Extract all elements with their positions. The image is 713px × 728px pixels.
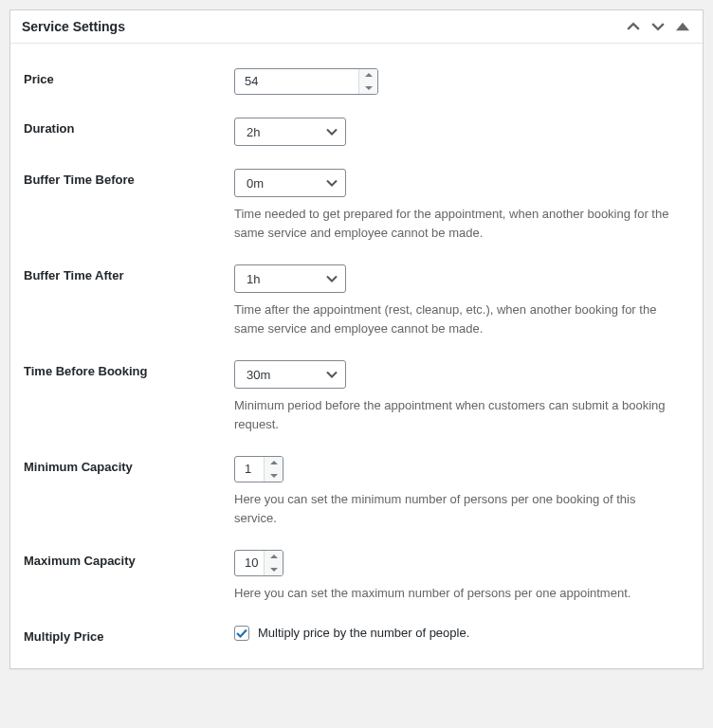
help-buffer-before: Time needed to get prepared for the appo…: [234, 205, 670, 242]
label-time-before-booking: Time Before Booking: [24, 360, 234, 378]
buffer-before-value: 0m: [235, 176, 319, 191]
control-buffer-after: 1h Time after the appointment (rest, cle…: [234, 264, 689, 337]
spinner-down-icon[interactable]: [265, 563, 283, 575]
panel-header: Service Settings: [10, 10, 703, 44]
min-capacity-spinner[interactable]: [264, 457, 283, 482]
buffer-after-value: 1h: [235, 272, 319, 286]
panel-header-actions: [625, 18, 691, 35]
chevron-down-icon: [319, 128, 345, 136]
label-max-capacity: Maximum Capacity: [24, 550, 234, 568]
label-buffer-before: Buffer Time Before: [24, 169, 234, 187]
row-duration: Duration 2h: [24, 106, 689, 157]
spinner-up-icon[interactable]: [265, 457, 283, 469]
control-duration: 2h: [234, 118, 689, 146]
row-min-capacity: Minimum Capacity 1 Here you can set the …: [24, 445, 689, 538]
max-capacity-input[interactable]: 10: [234, 550, 283, 576]
row-buffer-before: Buffer Time Before 0m Time needed to get…: [24, 157, 689, 253]
price-value: 54: [235, 69, 358, 94]
max-capacity-value: 10: [235, 551, 264, 575]
service-settings-panel: Service Settings Price 54: [9, 9, 704, 669]
control-price: 54: [234, 68, 689, 95]
spinner-down-icon[interactable]: [359, 82, 377, 94]
control-buffer-before: 0m Time needed to get prepared for the a…: [234, 169, 689, 242]
row-price: Price 54: [24, 57, 689, 106]
control-min-capacity: 1 Here you can set the minimum number of…: [234, 456, 689, 527]
label-price: Price: [24, 68, 234, 86]
control-max-capacity: 10 Here you can set the maximum number o…: [234, 550, 689, 603]
label-multiply-price: Multiply Price: [24, 626, 234, 644]
label-buffer-after: Buffer Time After: [24, 264, 234, 282]
chevron-down-icon: [319, 371, 345, 378]
panel-body: Price 54 Duration 2h: [10, 44, 703, 668]
help-buffer-after: Time after the appointment (rest, cleanu…: [234, 300, 670, 337]
chevron-down-icon[interactable]: [649, 18, 667, 35]
min-capacity-value: 1: [235, 457, 264, 482]
buffer-after-select[interactable]: 1h: [234, 264, 346, 293]
multiply-price-checkbox-wrap[interactable]: Multiply price by the number of people.: [234, 626, 469, 641]
multiply-price-checkbox-label: Multiply price by the number of people.: [258, 626, 469, 640]
label-min-capacity: Minimum Capacity: [24, 456, 234, 474]
duration-select[interactable]: 2h: [234, 118, 346, 146]
row-max-capacity: Maximum Capacity 10 Here you can set the…: [24, 538, 689, 614]
collapse-toggle-icon[interactable]: [674, 18, 691, 35]
price-spinner[interactable]: [358, 69, 377, 94]
min-capacity-input[interactable]: 1: [234, 456, 283, 482]
chevron-down-icon: [319, 275, 345, 282]
chevron-up-icon[interactable]: [625, 18, 642, 35]
multiply-price-checkbox[interactable]: [234, 626, 249, 641]
row-multiply-price: Multiply Price Multiply price by the num…: [24, 614, 689, 655]
help-max-capacity: Here you can set the maximum number of p…: [234, 584, 670, 603]
chevron-down-icon: [319, 179, 345, 187]
buffer-before-select[interactable]: 0m: [234, 169, 346, 197]
spinner-down-icon[interactable]: [265, 469, 283, 482]
control-time-before-booking: 30m Minimum period before the appointmen…: [234, 360, 689, 433]
help-min-capacity: Here you can set the minimum number of p…: [234, 490, 670, 527]
row-time-before-booking: Time Before Booking 30m Minimum period b…: [24, 349, 689, 445]
duration-value: 2h: [235, 125, 319, 139]
price-input[interactable]: 54: [234, 68, 378, 95]
spinner-up-icon[interactable]: [359, 69, 377, 82]
time-before-booking-select[interactable]: 30m: [234, 360, 346, 389]
control-multiply-price: Multiply price by the number of people.: [234, 626, 689, 643]
row-buffer-after: Buffer Time After 1h Time after the appo…: [24, 253, 689, 349]
max-capacity-spinner[interactable]: [264, 551, 283, 575]
label-duration: Duration: [24, 118, 234, 136]
time-before-booking-value: 30m: [235, 368, 319, 382]
panel-title: Service Settings: [22, 19, 125, 34]
help-time-before-booking: Minimum period before the appointment wh…: [234, 396, 670, 433]
spinner-up-icon[interactable]: [265, 551, 283, 563]
